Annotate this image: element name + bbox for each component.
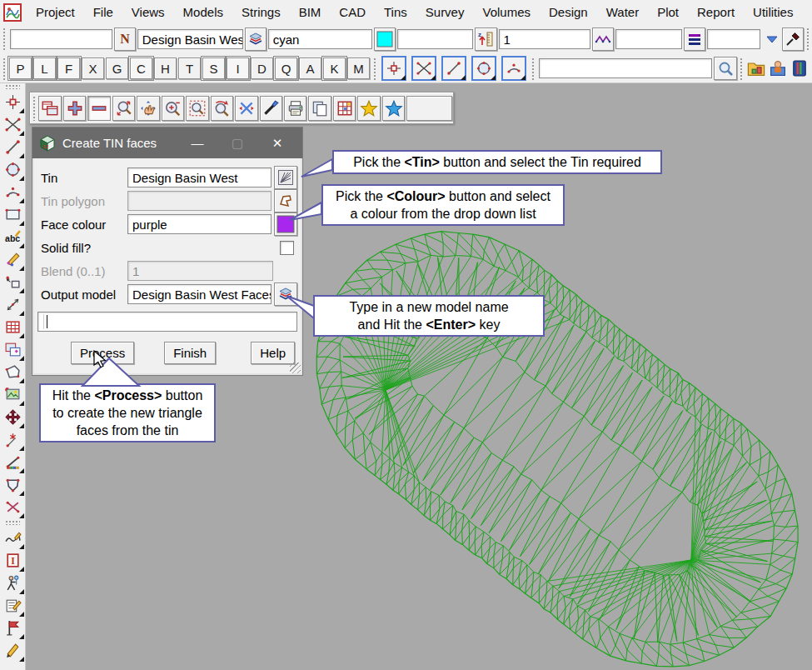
window-copy-button[interactable] <box>2 339 23 360</box>
plot-view-button[interactable] <box>284 96 306 121</box>
pan-button[interactable] <box>137 96 159 121</box>
symbol-combo[interactable] <box>707 29 760 49</box>
snap-toggle-f[interactable]: F <box>57 58 80 79</box>
linestyle-field[interactable]: 1 <box>499 29 590 49</box>
process-button[interactable]: Process <box>71 342 134 364</box>
polygon-button[interactable] <box>2 362 23 382</box>
menu-survey[interactable]: Survey <box>416 0 474 24</box>
snap-toggle-l[interactable]: L <box>33 58 56 79</box>
toolbar-grip[interactable] <box>32 95 36 121</box>
delete-points-button[interactable] <box>2 497 23 518</box>
create-line-button[interactable] <box>2 137 23 158</box>
dialog-title-bar[interactable]: 12 Create TIN faces — ▢ ✕ <box>32 128 302 158</box>
shield-polygon-button[interactable] <box>2 474 23 495</box>
point-star-button[interactable] <box>2 429 23 450</box>
finish-button[interactable]: Finish <box>164 342 216 364</box>
create-point-button[interactable] <box>2 92 23 112</box>
pencil-button[interactable] <box>2 640 23 661</box>
snap-toggle-i[interactable]: I <box>227 58 249 79</box>
linestyle-picker-button[interactable] <box>592 28 614 51</box>
cross-snap-button[interactable] <box>411 56 436 81</box>
point-box-button[interactable] <box>2 272 23 292</box>
menu-bim[interactable]: BIM <box>290 0 331 24</box>
text-style-button[interactable]: N <box>114 28 136 51</box>
colour-field[interactable]: cyan <box>268 29 372 49</box>
favourite-blue-button[interactable] <box>382 96 405 121</box>
freehand-button[interactable] <box>2 528 23 548</box>
menu-utilities[interactable]: Utilities <box>744 0 802 24</box>
menu-tins[interactable]: Tins <box>375 0 416 24</box>
edit-pencil-button[interactable] <box>2 249 23 270</box>
open-project-button[interactable] <box>745 58 767 79</box>
menu-cad[interactable]: CAD <box>330 0 375 24</box>
snap-toggle-q[interactable]: Q <box>275 58 297 79</box>
width-field[interactable] <box>615 29 683 49</box>
output-model-picker-button[interactable] <box>274 282 297 306</box>
menu-report[interactable]: Report <box>688 0 744 24</box>
snap-toggle-a[interactable]: A <box>299 58 321 79</box>
create-circle-button[interactable] <box>2 159 23 180</box>
create-cross-button[interactable] <box>2 114 23 135</box>
tin-polygon-picker-button[interactable] <box>274 189 297 212</box>
menu-plot[interactable]: Plot <box>648 0 688 24</box>
fit-view-button[interactable] <box>112 96 135 121</box>
search-button[interactable] <box>714 57 737 80</box>
menu-water[interactable]: Water <box>597 0 648 24</box>
toolbar-grip[interactable] <box>2 27 7 52</box>
cad-text-field[interactable] <box>10 29 112 49</box>
brush-button[interactable] <box>260 96 282 121</box>
line-snap-button[interactable] <box>441 56 466 81</box>
surveyor-button[interactable] <box>2 572 23 593</box>
menu-project[interactable]: Project <box>27 0 84 24</box>
zoom-window-button[interactable] <box>186 96 208 121</box>
search-input[interactable] <box>539 58 712 78</box>
face-colour-field[interactable]: purple <box>127 214 271 234</box>
favourite-yellow-button[interactable] <box>357 96 380 121</box>
move-button[interactable] <box>2 407 23 428</box>
zoom-out-button[interactable] <box>87 96 110 121</box>
zoom-ratio-button[interactable] <box>162 96 184 121</box>
eyedropper-button[interactable] <box>782 28 804 51</box>
snap-toggle-p[interactable]: P <box>9 58 32 79</box>
create-text-button[interactable]: abc <box>2 227 23 248</box>
blank-button[interactable] <box>406 96 452 121</box>
tin-picker-button[interactable] <box>274 166 297 189</box>
library-button[interactable] <box>789 58 810 79</box>
toolbar-grip[interactable] <box>5 520 20 525</box>
snap-toggle-g[interactable]: G <box>106 58 128 79</box>
tin-field[interactable]: Design Basin West <box>127 168 271 188</box>
copy-view-button[interactable] <box>308 96 331 121</box>
arc-snap-button[interactable] <box>501 56 526 81</box>
output-model-field[interactable]: Design Basin West Faces <box>127 284 271 304</box>
menu-models[interactable]: Models <box>174 0 232 24</box>
menu-views[interactable]: Views <box>122 0 174 24</box>
toolbar-grip[interactable] <box>739 57 744 80</box>
colour-picker-button[interactable] <box>274 212 297 236</box>
toolbar-grip[interactable] <box>805 27 810 52</box>
snap-toggle-d[interactable]: D <box>251 58 273 79</box>
maximize-button[interactable]: ▢ <box>217 136 257 151</box>
toolbar-grip[interactable] <box>531 57 536 80</box>
view-settings-button[interactable] <box>333 96 356 121</box>
z-value-button[interactable]: z <box>475 28 496 51</box>
menu-volumes[interactable]: Volumes <box>473 0 540 24</box>
snap-toggle-h[interactable]: H <box>154 58 177 79</box>
notes-button[interactable] <box>2 595 23 616</box>
dialog-resize-grip[interactable] <box>290 362 301 373</box>
snap-toggle-s[interactable]: S <box>202 58 225 79</box>
snap-toggle-m[interactable]: M <box>347 58 370 79</box>
close-button[interactable]: ✕ <box>257 136 297 151</box>
symbol-dropdown-button[interactable] <box>762 28 782 50</box>
user-support-button[interactable] <box>767 58 789 79</box>
snap-toggle-t[interactable]: T <box>178 58 201 79</box>
zoom-in-button[interactable] <box>63 96 86 121</box>
grid-button[interactable] <box>2 317 23 338</box>
menu-user[interactable]: User <box>802 0 812 24</box>
dialog-message-field[interactable] <box>37 312 297 332</box>
minimize-button[interactable]: — <box>177 136 217 150</box>
zoom-previous-button[interactable] <box>211 96 233 121</box>
toolbar-grip[interactable] <box>372 57 377 80</box>
point-snap-button[interactable] <box>381 56 406 81</box>
image-button[interactable] <box>2 384 23 405</box>
circle-snap-button[interactable] <box>471 56 496 81</box>
